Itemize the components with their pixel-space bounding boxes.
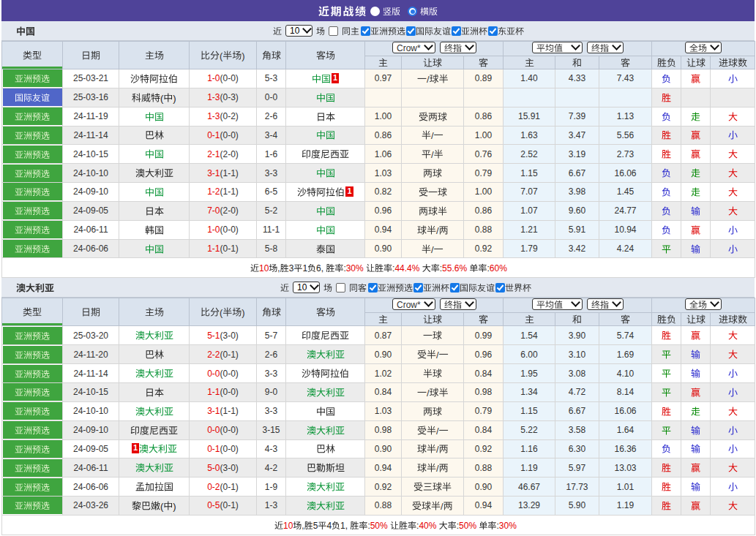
svg-text:/: / <box>427 387 430 398</box>
svg-text:5: 5 <box>312 521 318 531</box>
svg-text:/: / <box>436 224 439 235</box>
svg-text:): ) <box>173 500 176 511</box>
svg-text:50%: 50% <box>459 521 476 531</box>
svg-text:3: 3 <box>288 263 293 273</box>
svg-text:(: ( <box>160 500 164 511</box>
svg-text:(: ( <box>160 92 164 103</box>
svg-text:40%: 40% <box>419 521 436 531</box>
svg-text:/: / <box>431 130 434 141</box>
svg-text:Crow*: Crow* <box>397 300 421 310</box>
svg-text:/: / <box>441 500 444 511</box>
svg-text:55.6%: 55.6% <box>442 263 467 273</box>
svg-text:30%: 30% <box>498 521 516 531</box>
svg-text:/: / <box>431 149 434 160</box>
svg-text:/: / <box>431 244 434 254</box>
svg-text:/: / <box>427 73 430 84</box>
svg-text:/: / <box>436 350 439 361</box>
svg-text:/: / <box>436 425 439 436</box>
svg-text:30%: 30% <box>345 263 363 273</box>
svg-text:Crow*: Crow* <box>397 43 421 53</box>
svg-text:): ) <box>242 50 244 61</box>
svg-text:60%: 60% <box>489 263 506 273</box>
svg-text:6,: 6, <box>316 263 323 273</box>
svg-text:44.4%: 44.4% <box>394 263 419 273</box>
svg-text:4: 4 <box>326 521 332 531</box>
svg-text:,: , <box>302 521 304 531</box>
svg-text:10: 10 <box>259 263 269 273</box>
svg-text:/: / <box>436 444 439 455</box>
svg-text:): ) <box>173 92 176 103</box>
svg-text:(: ( <box>220 307 223 318</box>
svg-text:/: / <box>436 463 439 474</box>
svg-text:50%: 50% <box>370 521 387 531</box>
svg-text:): ) <box>242 307 244 318</box>
svg-text:(: ( <box>220 50 223 61</box>
svg-text:1: 1 <box>302 263 307 273</box>
svg-text:,: , <box>277 263 280 273</box>
svg-text:1,: 1, <box>340 521 348 531</box>
svg-text:10: 10 <box>283 521 293 531</box>
